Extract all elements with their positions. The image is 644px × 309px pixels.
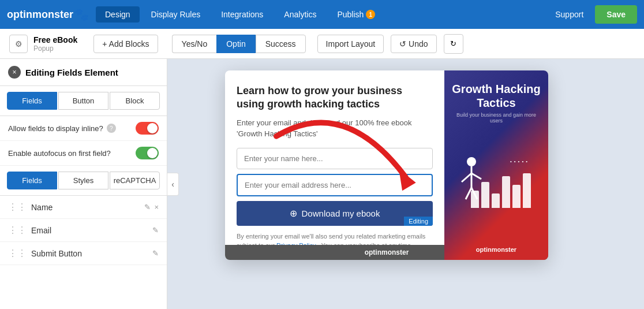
refresh-button[interactable]: ↻ [444, 34, 463, 54]
sidebar-title: Editing Fields Element [25, 68, 118, 77]
collapse-sidebar-button[interactable]: ‹ [167, 173, 179, 196]
drag-handle-email[interactable]: ⋮⋮ [8, 225, 27, 236]
dots: • • • • • [496, 159, 541, 164]
field-name-submit: Submit Button [31, 249, 148, 258]
inline-display-label: Allow fields to display inline? ? [8, 124, 116, 133]
autofocus-label: Enable autofocus on first field? [8, 149, 111, 158]
sub-tab-recaptcha[interactable]: reCAPTCHA [110, 172, 160, 189]
download-button[interactable]: ⊕ Download my ebook [237, 201, 433, 226]
bar-1 [471, 191, 479, 208]
inline-display-toggle[interactable] [136, 122, 159, 135]
name-input[interactable] [237, 148, 433, 169]
sidebar-close-button[interactable]: × [8, 66, 21, 79]
toggle-knob-2 [147, 148, 158, 158]
sub-header: ⚙ Free eBook Popup + Add Blocks Yes/No O… [0, 29, 644, 59]
view-tab-optin[interactable]: Optin [216, 35, 255, 53]
edit-submit-button[interactable]: ✎ [152, 249, 159, 258]
popup-right-logo: optinmonster [476, 246, 516, 253]
nav-tab-publish[interactable]: Publish 1 [328, 6, 384, 23]
tab-block[interactable]: Block [110, 92, 160, 110]
nav-tab-design[interactable]: Design [96, 6, 140, 23]
campaign-info: ⚙ Free eBook Popup [9, 35, 77, 53]
canvas-area: ‹ × × Learn how to grow your business us… [167, 59, 644, 309]
delete-name-button[interactable]: × [154, 203, 159, 211]
sub-tab-fields[interactable]: Fields [7, 172, 57, 189]
logo-area: optinmonster 🐾 [7, 8, 89, 21]
popup-subtitle: Enter your email and download our 100% f… [237, 117, 433, 140]
undo-button[interactable]: ↺ Undo [391, 35, 436, 53]
email-input[interactable] [237, 174, 433, 196]
field-row-email: ⋮⋮ Email ✎ [0, 219, 167, 242]
popup-modal: × × Learn how to grow your business usin… [225, 70, 548, 260]
field-row-name: ⋮⋮ Name ✎ × [0, 196, 167, 219]
field-actions-email: ✎ [152, 226, 159, 234]
drag-handle-name[interactable]: ⋮⋮ [8, 202, 27, 213]
support-button[interactable]: Support [546, 6, 593, 23]
editing-badge: Editing [404, 217, 433, 226]
bar-5 [512, 185, 521, 208]
autofocus-toggle[interactable] [136, 147, 159, 159]
field-actions-name: ✎ × [144, 203, 159, 211]
toggle-knob [147, 123, 158, 133]
main-area: × Editing Fields Element Fields Button B… [0, 59, 644, 309]
tab-button[interactable]: Button [58, 92, 108, 110]
inline-display-help-icon[interactable]: ? [107, 124, 116, 133]
nav-tab-display-rules[interactable]: Display Rules [142, 6, 210, 23]
tab-fields[interactable]: Fields [7, 92, 57, 110]
popup-left: × × Learn how to grow your business usin… [225, 70, 444, 260]
bar-3 [492, 193, 500, 208]
edit-name-button[interactable]: ✎ [144, 203, 151, 211]
bar-2 [481, 182, 489, 208]
view-tab-success[interactable]: Success [256, 35, 306, 53]
field-row-submit: ⋮⋮ Submit Button ✎ [0, 242, 167, 265]
book-subtitle: Build your business and gain more users [451, 112, 541, 124]
view-tab-yesno[interactable]: Yes/No [172, 35, 217, 53]
bar-4 [502, 176, 510, 208]
nav-tab-analytics[interactable]: Analytics [275, 6, 325, 23]
figure-area: • • • • • [451, 124, 541, 246]
field-actions-submit: ✎ [152, 249, 159, 258]
sidebar: × Editing Fields Element Fields Button B… [0, 59, 167, 309]
popup-right: Growth Hacking Tactics Build your busine… [444, 70, 548, 260]
logo: optinmonster [7, 9, 73, 21]
bars-chart [466, 173, 536, 208]
edit-email-button[interactable]: ✎ [152, 226, 159, 234]
campaign-icon: ⚙ [9, 35, 28, 53]
import-layout-button[interactable]: Import Layout [317, 35, 384, 53]
field-name-email: Email [31, 226, 148, 235]
view-tabs: Yes/No Optin Success [172, 35, 306, 53]
publish-badge: 1 [366, 10, 375, 19]
popup-title: Learn how to grow your business using gr… [237, 84, 433, 111]
sidebar-header: × Editing Fields Element [0, 59, 167, 86]
sub-tabs: Fields Styles reCAPTCHA [0, 166, 167, 196]
drag-handle-submit[interactable]: ⋮⋮ [8, 248, 27, 259]
save-button[interactable]: Save [595, 5, 637, 24]
nav-tab-integrations[interactable]: Integrations [212, 6, 272, 23]
logo-icon: 🐾 [74, 8, 89, 21]
campaign-type: Popup [33, 44, 77, 53]
sidebar-tabs: Fields Button Block [0, 86, 167, 116]
autofocus-setting: Enable autofocus on first field? [0, 141, 167, 166]
sub-tab-styles[interactable]: Styles [58, 172, 108, 189]
bar-6 [523, 173, 531, 208]
inline-display-setting: Allow fields to display inline? ? [0, 116, 167, 141]
field-name-name: Name [31, 203, 140, 212]
add-blocks-button[interactable]: + Add Blocks [93, 35, 158, 53]
svg-point-1 [467, 157, 476, 166]
top-nav: optinmonster 🐾 Design Display Rules Inte… [0, 0, 644, 29]
campaign-name: Free eBook [33, 35, 77, 44]
book-title: Growth Hacking Tactics [451, 82, 541, 110]
